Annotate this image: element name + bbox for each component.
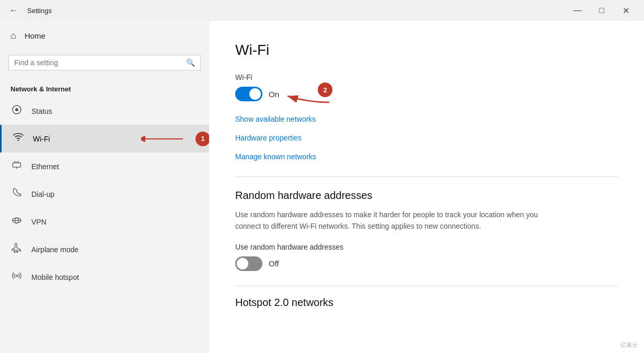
content-area: Wi-Fi Wi-Fi On 2: [209, 21, 644, 353]
search-input[interactable]: [14, 58, 182, 67]
main-layout: ⌂ Home 🔍 Network & Internet Status: [0, 21, 644, 353]
wifi-section-label: Wi-Fi: [235, 73, 618, 81]
badge-2: 2: [318, 83, 332, 97]
status-icon: [10, 104, 23, 117]
hardware-properties-link[interactable]: Hardware properties: [235, 134, 618, 142]
watermark: 亿速云: [620, 341, 638, 349]
sidebar-item-vpn[interactable]: VPN: [0, 208, 209, 236]
airplane-label: Airplane mode: [31, 245, 78, 254]
network-section-header: Network & Internet: [0, 79, 209, 97]
random-hardware-label: Use random hardware addresses: [235, 243, 618, 251]
sidebar-item-dialup[interactable]: Dial-up: [0, 180, 209, 208]
dialup-icon: [10, 187, 23, 201]
svg-point-2: [18, 140, 19, 142]
sidebar-item-ethernet[interactable]: Ethernet: [0, 152, 209, 180]
page-title: Wi-Fi: [235, 42, 618, 58]
search-box: 🔍: [8, 55, 201, 70]
wifi-section: Wi-Fi On 2 Show availabl: [235, 73, 618, 161]
wifi-icon: [12, 132, 25, 145]
app-title: Settings: [27, 7, 52, 15]
random-toggle[interactable]: [235, 256, 262, 271]
search-container: 🔍: [0, 51, 209, 79]
sidebar-item-wifi[interactable]: Wi-Fi 1: [0, 125, 209, 152]
show-networks-link[interactable]: Show available networks: [235, 115, 618, 123]
random-toggle-row: Off: [235, 256, 618, 271]
hotspot-preview-title: Hotspot 2.0 networks: [235, 286, 618, 309]
sidebar: ⌂ Home 🔍 Network & Internet Status: [0, 21, 209, 353]
vpn-icon: [10, 215, 23, 228]
random-toggle-label: Off: [269, 259, 279, 268]
sidebar-item-home[interactable]: ⌂ Home: [0, 21, 209, 51]
vpn-label: VPN: [31, 218, 47, 226]
airplane-icon: [10, 243, 23, 256]
svg-rect-4: [13, 163, 21, 167]
random-hardware-title: Random hardware addresses: [235, 176, 618, 202]
annotation-arrow-1: [141, 130, 204, 148]
hotspot-label: Mobile hotspot: [31, 273, 79, 281]
sidebar-item-status[interactable]: Status: [0, 97, 209, 125]
wifi-toggle-label: On: [269, 90, 279, 99]
random-hardware-desc: Use random hardware addresses to make it…: [235, 209, 549, 232]
home-icon: ⌂: [10, 30, 16, 41]
dialup-label: Dial-up: [31, 190, 54, 198]
manage-networks-link[interactable]: Manage known networks: [235, 152, 618, 161]
close-button[interactable]: ✕: [614, 0, 638, 21]
wifi-toggle-knob: [249, 88, 261, 100]
sidebar-item-airplane[interactable]: Airplane mode: [0, 236, 209, 263]
hotspot-icon: [10, 270, 23, 284]
ethernet-label: Ethernet: [31, 162, 59, 171]
svg-point-1: [15, 108, 18, 111]
window-controls: — □ ✕: [566, 0, 638, 21]
back-button[interactable]: ←: [6, 3, 21, 18]
wifi-toggle[interactable]: [235, 87, 262, 101]
status-label: Status: [31, 107, 52, 115]
home-label: Home: [25, 31, 45, 40]
badge-1: 1: [196, 132, 209, 146]
wifi-toggle-row: On 2: [235, 87, 618, 101]
minimize-button[interactable]: —: [566, 0, 590, 21]
search-icon: 🔍: [186, 58, 195, 67]
maximize-button[interactable]: □: [590, 0, 614, 21]
sidebar-item-hotspot[interactable]: Mobile hotspot: [0, 263, 209, 291]
wifi-label: Wi-Fi: [33, 135, 50, 143]
ethernet-icon: [10, 160, 23, 173]
random-toggle-knob: [237, 258, 248, 269]
title-bar: ← Settings — □ ✕: [0, 0, 644, 21]
title-bar-left: ← Settings: [6, 3, 52, 18]
